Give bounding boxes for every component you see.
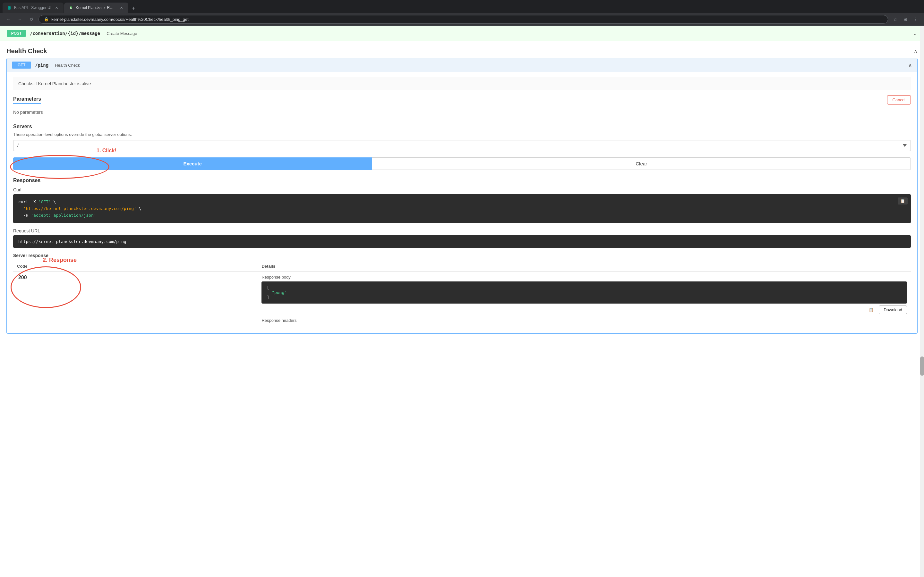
response-body-block: [ "pong" ] — [262, 282, 907, 303]
response-body-label: Response body — [262, 275, 907, 279]
address-text: kernel-planckster.devmaany.com/docs#/Hea… — [51, 17, 189, 22]
get-endpoint-description: Health Check — [55, 63, 80, 68]
endpoint-body: Checks if Kernel Planchester is alive Pa… — [7, 72, 917, 334]
click-annotation-label: 1. Click! — [97, 148, 116, 153]
fastapi-favicon-icon: F — [7, 5, 11, 10]
health-check-header: Health Check ∧ — [0, 41, 924, 58]
servers-title: Servers — [13, 124, 911, 129]
lock-icon: 🔒 — [44, 17, 49, 21]
tab-kernel[interactable]: K Kernel Planckster RE… ✕ — [64, 3, 128, 13]
menu-icon[interactable]: ⋮ — [911, 15, 920, 24]
address-bar[interactable]: 🔒 kernel-planckster.devmaany.com/docs#/H… — [39, 15, 888, 24]
browser-tabs: F FastAPI - Swagger UI ✕ K Kernel Planck… — [0, 0, 924, 13]
post-endpoint-path: /conversation/{id}/message — [30, 31, 100, 36]
action-buttons: 1. Click! Execute Clear — [13, 157, 911, 170]
get-method-badge: GET — [12, 61, 31, 69]
get-endpoint-container: GET /ping Health Check ∧ Checks if Kerne… — [6, 58, 918, 334]
responses-section: Responses Curl curl -X 'GET' \ 'https://… — [13, 177, 911, 328]
no-parameters-text: No parameters — [13, 107, 911, 117]
curl-copy-button[interactable]: 📋 — [898, 197, 908, 205]
browser-toolbar: ← → ↺ 🔒 kernel-planckster.devmaany.com/d… — [0, 13, 924, 26]
download-button[interactable]: Download — [879, 306, 907, 314]
curl-line-1: curl -X — [18, 199, 39, 204]
get-endpoint-header-left: GET /ping Health Check — [12, 61, 80, 69]
curl-section: Curl curl -X 'GET' \ 'https://kernel-pla… — [13, 187, 911, 223]
post-endpoint-description: Create Message — [107, 31, 137, 36]
endpoint-description-text: Checks if Kernel Planchester is alive — [13, 77, 911, 90]
clear-button[interactable]: Clear — [372, 157, 911, 170]
server-select[interactable]: / — [13, 140, 911, 151]
tab-fastapi[interactable]: F FastAPI - Swagger UI ✕ — [3, 3, 63, 13]
response-headers-label: Response headers — [262, 318, 907, 323]
bookmark-icon[interactable]: ☆ — [891, 15, 900, 24]
curl-header: 'accept: application/json' — [31, 213, 96, 218]
responses-title: Responses — [13, 177, 911, 183]
scrollbar-thumb[interactable] — [920, 356, 924, 376]
parameters-title: Parameters — [13, 96, 41, 104]
curl-code-block: curl -X 'GET' \ 'https://kernel-planckst… — [13, 194, 911, 223]
reload-button[interactable]: ↺ — [27, 15, 36, 24]
health-check-title: Health Check — [6, 47, 47, 55]
post-chevron-down-icon: ⌄ — [913, 31, 917, 37]
response-table: Code Details 2. Response — [13, 261, 911, 328]
execute-button[interactable]: Execute — [13, 157, 372, 170]
back-button[interactable]: ← — [4, 15, 13, 24]
post-method-badge: POST — [7, 30, 26, 37]
server-response-label: Server response — [13, 253, 911, 258]
toolbar-actions: ☆ ⊞ ⋮ — [891, 15, 920, 24]
response-copy-button[interactable]: 📋 — [866, 306, 876, 314]
curl-method: 'GET' — [39, 199, 51, 204]
get-endpoint-collapse-icon[interactable]: ∧ — [908, 62, 912, 68]
response-details-cell: Response body [ "pong" ] 📋 Download — [258, 271, 911, 328]
kernel-favicon-icon: K — [69, 5, 73, 10]
servers-note: These operation-level options override t… — [13, 132, 911, 137]
request-url-value: https://kernel-planckster.devmaany.com/p… — [13, 235, 911, 248]
response-annotation-label: 2. Response — [43, 257, 77, 263]
page-content: POST /conversation/{id}/message Create M… — [0, 26, 924, 577]
curl-label: Curl — [13, 187, 911, 192]
parameters-header: Parameters Cancel — [13, 95, 911, 105]
cancel-button[interactable]: Cancel — [887, 95, 911, 105]
request-url-label: Request URL — [13, 228, 911, 234]
server-response-section: Server response Code Details — [13, 253, 911, 328]
scrollbar[interactable] — [920, 26, 924, 577]
request-url-section: Request URL https://kernel-planckster.de… — [13, 228, 911, 248]
post-endpoint-left: POST /conversation/{id}/message Create M… — [7, 30, 137, 37]
table-row: 2. Response 200 Response body [ — [13, 271, 911, 328]
new-tab-button[interactable]: + — [129, 4, 138, 13]
tab-kernel-close-icon[interactable]: ✕ — [119, 5, 124, 10]
forward-button[interactable]: → — [15, 15, 24, 24]
response-pong-value: "pong" — [272, 290, 287, 295]
health-check-collapse-icon[interactable]: ∧ — [914, 48, 918, 54]
response-code-200: 200 — [18, 275, 27, 280]
response-body-actions: 📋 Download — [262, 306, 907, 314]
get-endpoint-path: /ping — [35, 63, 48, 68]
browser-chrome: F FastAPI - Swagger UI ✕ K Kernel Planck… — [0, 0, 924, 26]
col-details-header: Details — [258, 261, 911, 271]
parameters-section: Parameters Cancel No parameters — [13, 95, 911, 117]
servers-section: Servers These operation-level options ov… — [13, 124, 911, 151]
curl-url: 'https://kernel-planckster.devmaany.com/… — [18, 206, 136, 211]
extensions-icon[interactable]: ⊞ — [901, 15, 910, 24]
get-endpoint-header[interactable]: GET /ping Health Check ∧ — [7, 58, 917, 72]
tab-kernel-label: Kernel Planckster RE… — [76, 5, 116, 10]
tab-fastapi-close-icon[interactable]: ✕ — [54, 5, 59, 10]
response-highlight-circle — [11, 266, 81, 308]
post-endpoint-bar[interactable]: POST /conversation/{id}/message Create M… — [0, 26, 924, 41]
tab-fastapi-label: FastAPI - Swagger UI — [14, 5, 51, 10]
